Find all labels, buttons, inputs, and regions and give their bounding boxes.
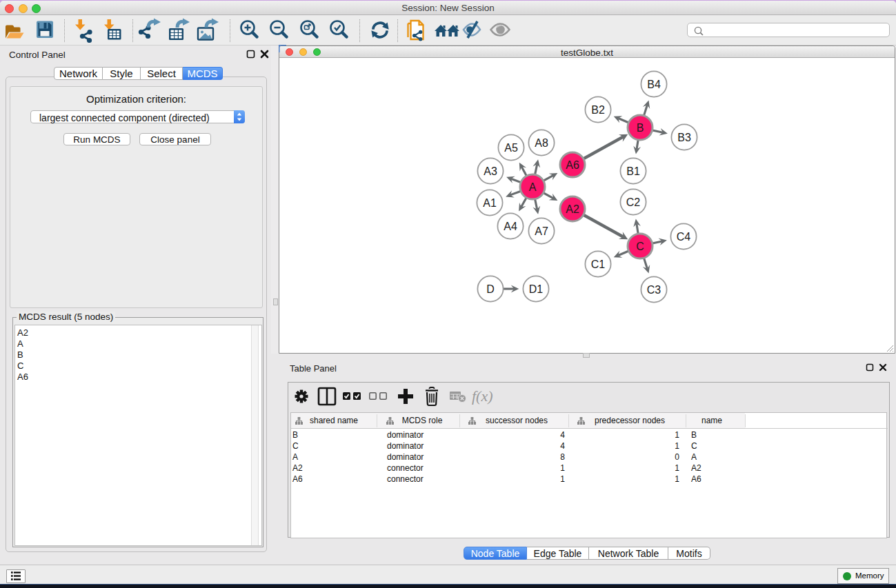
svg-text:A3: A3: [484, 165, 497, 177]
svg-text:f(x): f(x): [472, 387, 493, 405]
svg-text:A1: A1: [483, 197, 497, 209]
svg-text:B3: B3: [677, 132, 691, 143]
svg-text:B4: B4: [647, 79, 661, 90]
svg-text:A4: A4: [504, 221, 517, 232]
svg-text:B: B: [637, 122, 644, 134]
svg-text:A: A: [529, 181, 537, 193]
svg-text:A7: A7: [535, 225, 548, 237]
svg-text:B1: B1: [626, 165, 640, 177]
svg-text:D1: D1: [529, 283, 544, 295]
svg-text:A6: A6: [566, 159, 579, 171]
svg-text:C4: C4: [677, 231, 691, 243]
svg-text:A5: A5: [504, 142, 518, 154]
svg-text:A8: A8: [535, 137, 548, 149]
svg-text:C1: C1: [591, 258, 606, 270]
svg-text:A2: A2: [566, 203, 579, 215]
svg-text:C: C: [636, 241, 644, 252]
svg-text:D: D: [486, 283, 495, 295]
svg-text:B2: B2: [591, 104, 605, 116]
svg-text:C2: C2: [626, 196, 641, 208]
svg-text:C3: C3: [647, 284, 661, 296]
